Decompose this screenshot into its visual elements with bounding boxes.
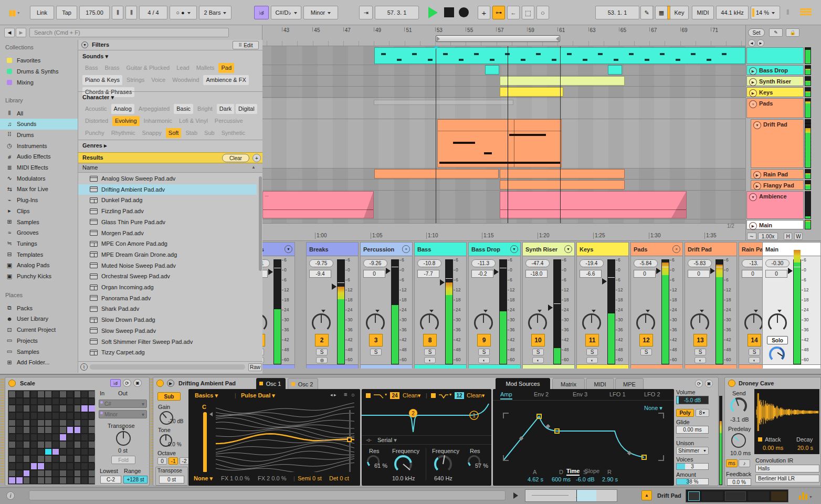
semi-value[interactable]: Semi 0 st [298,475,322,481]
track-number-button[interactable]: 9 [477,334,491,346]
scale-grid-cell[interactable] [31,456,37,462]
metronome-icon[interactable]: ⫴ [125,6,137,19]
res1-value[interactable]: 61 % [374,463,387,469]
arrangement-position-field[interactable]: 57. 3. 1 [375,6,419,19]
volume-marker[interactable] [386,268,391,274]
peak-level-field[interactable]: -11.3 [471,259,496,267]
reverb-device-on-toggle[interactable] [728,380,735,387]
volume-marker[interactable] [602,278,607,285]
volume-marker[interactable] [332,284,336,290]
track-play-icon[interactable]: ▶ [749,67,757,75]
preview-icon[interactable]: ⌇ [80,363,88,371]
solo-button[interactable]: S [532,349,544,355]
browser-item-10[interactable]: Orchestral Sweep Pad.adv [78,271,257,281]
loop-brace[interactable] [436,35,560,42]
pan-knob[interactable] [768,313,787,332]
track-play-icon[interactable]: ▶ [749,222,757,230]
scale-grid-cell[interactable] [9,449,15,455]
scale-grid-cell[interactable] [16,442,23,448]
track-number-button[interactable]: 1 [262,334,265,346]
scale-grid-cell[interactable] [52,420,59,426]
sidebar-item-midi-effects[interactable]: ≣MIDI Effects [0,162,78,173]
poly-button[interactable]: Poly [676,409,694,417]
scale-grid-cell[interactable] [9,456,15,462]
scale-grid-cell[interactable] [81,434,88,440]
scale-grid-cell[interactable] [67,456,73,462]
arrangement-overview[interactable] [525,489,617,502]
output-meter-icon[interactable]: ▼ [799,491,812,500]
scale-grid-cell[interactable] [89,413,95,419]
track-play-icon[interactable]: ▶ [749,89,757,97]
scale-grid-cell[interactable] [45,463,51,469]
scale-grid-cell[interactable] [31,398,37,405]
volume-field[interactable]: 0 [688,270,710,278]
scale-grid-cell[interactable] [24,398,30,405]
sidebar-item-projects[interactable]: ▭Projects [0,335,78,346]
scale-grid-cell[interactable] [60,413,66,419]
solo-button[interactable]: Solo [767,336,788,344]
track-number-button[interactable]: 12 [639,334,653,346]
mixer-track-title[interactable]: Drift Pad [685,243,736,256]
scale-grid-cell[interactable] [24,456,30,462]
ms-sync-button[interactable]: ms [726,459,738,467]
scale-grid-cell-active[interactable] [52,449,59,455]
unfold-icon[interactable]: ▼ [285,245,292,253]
re-enable-automation-button[interactable]: ← [507,6,520,19]
filter-tag-snappy[interactable]: Snappy [140,128,164,138]
browser-item-2[interactable]: Drifting Ambient Pad.adv [78,184,257,195]
scale-grid-cell[interactable] [60,442,66,448]
arrangement-clip[interactable] [500,180,625,190]
filter-tag-mallets[interactable]: Mallets [194,63,217,73]
mixer-track-title[interactable]: Drums▼ [262,243,294,256]
sidebar-item-samples[interactable]: ⊞Samples [0,216,78,227]
crossfade-assign-knob[interactable] [769,346,785,362]
solo-button[interactable]: S [370,349,382,355]
decay-value[interactable]: 600 ms [552,476,571,482]
mod-tab-mpe[interactable]: MPE [615,378,644,390]
scale-grid-cell[interactable] [38,477,44,484]
volume-field[interactable]: -0.2 [471,270,493,278]
scale-grid-cell[interactable] [38,405,44,412]
time-ruler[interactable]: 1/21:001:051:101:151:201:251:301:35 [262,223,745,240]
scale-grid-cell[interactable] [16,427,23,433]
scale-grid-cell[interactable] [89,449,95,455]
scale-grid-cell-active[interactable] [9,477,15,484]
octave-button--1[interactable]: -1 [169,457,178,465]
predelay-value[interactable]: 10.0 ms [730,450,751,456]
arrangement-canvas[interactable]: ... [262,46,745,223]
audition-button[interactable]: ⏦ [747,233,756,240]
track-header-main[interactable]: ▶Main [746,220,804,229]
scale-grid-cell[interactable] [81,420,88,426]
osc-route-select[interactable]: None ▾ [194,475,213,482]
freq2-value[interactable]: 640 Hz [434,475,452,481]
preview-button[interactable]: ▶ [167,380,174,387]
session-record-button[interactable]: ⬚ [522,6,534,19]
clip-fade-out[interactable] [364,192,373,218]
sidebar-item-templates[interactable]: ⊟Templates [0,249,78,260]
scale-grid-cell[interactable] [81,427,88,433]
track-number-button[interactable]: 10 [531,334,545,346]
add-filter-button[interactable]: + [252,154,261,162]
scale-grid-cell[interactable] [75,391,81,397]
genres-section-title[interactable]: Genres ▸ [82,142,107,149]
track-header-keys[interactable]: ▶Keys [746,87,804,97]
sidebar-item-grooves[interactable]: ≈Grooves [0,227,78,238]
release-value[interactable]: 2.90 s [602,476,618,482]
device-chain-thumbnails[interactable] [686,489,788,502]
track-number-button[interactable]: 2 [315,334,329,346]
browser-item-13[interactable]: Shark Pad.adv [78,303,257,314]
scale-grid-cell[interactable] [38,391,44,397]
scale-grid-cell[interactable] [31,470,37,477]
scale-grid-cell[interactable] [75,398,81,405]
scale-grid-cell-active[interactable] [31,463,37,469]
volume-marker[interactable] [268,269,273,275]
filter-tag-acoustic[interactable]: Acoustic [82,104,110,114]
scale-grid-cell[interactable] [60,477,66,484]
results-column-header[interactable]: Name▲ [78,163,263,173]
octave-button--2[interactable]: -2 [180,457,189,465]
arrangement-clip[interactable] [374,100,513,105]
solo-button[interactable]: S [478,349,490,355]
mixer-track-title[interactable]: Bass [415,243,466,256]
filter-tag-soft[interactable]: Soft [166,128,182,138]
scale-grid-cell-active[interactable] [89,405,95,412]
